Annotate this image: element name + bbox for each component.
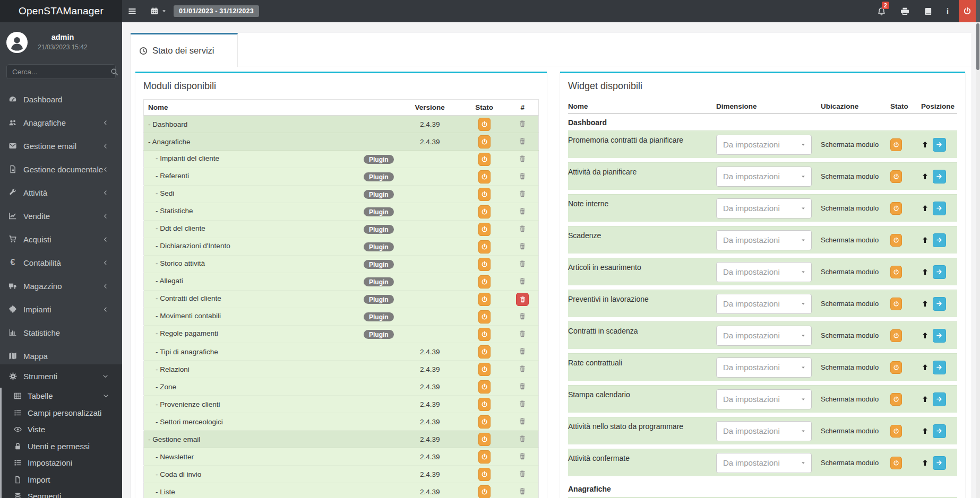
widget-toggle-button[interactable] xyxy=(890,234,902,247)
widget-move-right-button[interactable] xyxy=(933,456,946,470)
module-delete-button[interactable] xyxy=(519,452,526,460)
sidebar-item-tabelle[interactable]: Tabelle xyxy=(0,388,122,405)
widget-dimension-select[interactable]: Da impostazioni xyxy=(716,135,812,155)
module-delete-button[interactable] xyxy=(519,277,526,285)
module-toggle-button[interactable] xyxy=(478,310,491,324)
sidebar-item-campi-personalizzati[interactable]: Campi personalizzati xyxy=(0,405,122,422)
module-delete-button[interactable] xyxy=(519,382,526,390)
widget-move-right-button[interactable] xyxy=(933,392,946,406)
module-toggle-button[interactable] xyxy=(478,240,491,254)
sidebar-item-impianti[interactable]: Impianti xyxy=(0,298,122,321)
logout-button[interactable] xyxy=(959,0,976,22)
widget-move-up-button[interactable] xyxy=(921,363,929,371)
module-toggle-button[interactable] xyxy=(478,485,491,498)
widget-move-right-button[interactable] xyxy=(933,329,946,343)
sidebar-item-gestione-email[interactable]: Gestione email xyxy=(0,134,122,158)
module-toggle-button[interactable] xyxy=(478,205,491,219)
search-icon[interactable] xyxy=(110,68,118,76)
date-range-badge[interactable]: 01/01/2023 - 31/12/2023 xyxy=(174,5,259,17)
module-delete-button[interactable] xyxy=(519,225,526,232)
module-delete-button[interactable] xyxy=(519,172,526,180)
widget-move-right-button[interactable] xyxy=(933,297,946,311)
widget-toggle-button[interactable] xyxy=(890,425,902,438)
widget-dimension-select[interactable]: Da impostazioni xyxy=(716,389,812,409)
module-toggle-button[interactable] xyxy=(478,363,491,376)
module-delete-button[interactable] xyxy=(519,330,526,337)
widget-toggle-button[interactable] xyxy=(890,138,902,151)
widget-toggle-button[interactable] xyxy=(890,393,902,406)
widget-move-up-button[interactable] xyxy=(921,459,929,467)
module-delete-button[interactable] xyxy=(519,120,526,127)
widget-toggle-button[interactable] xyxy=(890,329,902,342)
sidebar-item-utenti-e-permessi[interactable]: Utenti e permessi xyxy=(0,438,122,455)
sidebar-item-acquisti[interactable]: Acquisti xyxy=(0,228,122,251)
widget-dimension-select[interactable]: Da impostazioni xyxy=(716,421,812,441)
module-delete-button[interactable] xyxy=(519,470,526,477)
module-delete-button[interactable] xyxy=(519,400,526,407)
widget-move-up-button[interactable] xyxy=(921,172,929,180)
module-delete-button[interactable] xyxy=(519,137,526,145)
module-toggle-button[interactable] xyxy=(478,293,491,306)
widget-toggle-button[interactable] xyxy=(890,361,902,374)
module-toggle-button[interactable] xyxy=(478,398,491,411)
module-toggle-button[interactable] xyxy=(478,170,491,184)
widget-move-right-button[interactable] xyxy=(933,424,946,438)
module-toggle-button[interactable] xyxy=(478,275,491,289)
sidebar-scrollbar-thumb[interactable] xyxy=(0,388,2,498)
sidebar-item-dashboard[interactable]: Dashboard xyxy=(0,88,122,111)
widget-move-right-button[interactable] xyxy=(933,138,946,152)
module-toggle-button[interactable] xyxy=(478,450,491,464)
module-toggle-button[interactable] xyxy=(478,328,491,341)
widget-move-right-button[interactable] xyxy=(933,233,946,247)
widget-toggle-button[interactable] xyxy=(890,298,902,310)
widget-move-up-button[interactable] xyxy=(921,395,929,403)
widget-dimension-select[interactable]: Da impostazioni xyxy=(716,357,812,378)
tab-stato-dei-servizi[interactable]: Stato dei servizi xyxy=(131,33,238,67)
widget-move-up-button[interactable] xyxy=(921,300,929,308)
widget-dimension-select[interactable]: Da impostazioni xyxy=(716,453,812,473)
widget-dimension-select[interactable]: Da impostazioni xyxy=(716,198,812,219)
module-delete-button[interactable] xyxy=(519,417,526,425)
search-input[interactable] xyxy=(7,68,110,76)
module-delete-button[interactable] xyxy=(519,365,526,372)
module-toggle-button[interactable] xyxy=(478,118,491,131)
widget-move-right-button[interactable] xyxy=(933,202,946,215)
module-delete-button[interactable] xyxy=(519,242,526,250)
print-button[interactable] xyxy=(900,0,909,22)
sidebar-item-viste[interactable]: Viste xyxy=(0,421,122,438)
widget-dimension-select[interactable]: Da impostazioni xyxy=(716,230,812,250)
widget-dimension-select[interactable]: Da impostazioni xyxy=(716,294,812,314)
module-delete-button[interactable] xyxy=(519,190,526,197)
widget-move-right-button[interactable] xyxy=(933,265,946,279)
module-toggle-button[interactable] xyxy=(478,135,491,148)
widget-toggle-button[interactable] xyxy=(890,202,902,215)
widget-toggle-button[interactable] xyxy=(890,266,902,278)
module-toggle-button[interactable] xyxy=(478,188,491,201)
sidebar-toggle-button[interactable] xyxy=(127,0,137,22)
module-delete-button-danger[interactable] xyxy=(516,293,529,306)
widget-move-up-button[interactable] xyxy=(921,204,929,212)
widget-move-up-button[interactable] xyxy=(921,141,929,148)
period-picker-button[interactable] xyxy=(150,0,167,22)
widget-dimension-select[interactable]: Da impostazioni xyxy=(716,262,812,282)
sidebar-item-strumenti[interactable]: Strumenti xyxy=(0,364,122,388)
module-toggle-button[interactable] xyxy=(478,433,491,446)
page-scrollbar-thumb[interactable] xyxy=(976,23,979,70)
sidebar-item-vendite[interactable]: Vendite xyxy=(0,204,122,228)
widget-dimension-select[interactable]: Da impostazioni xyxy=(716,326,812,346)
sidebar-item-impostazioni[interactable]: Impostazioni xyxy=(0,455,122,471)
widget-move-up-button[interactable] xyxy=(921,268,929,276)
widget-move-right-button[interactable] xyxy=(933,170,946,184)
sidebar-item-statistiche[interactable]: Statistiche xyxy=(0,321,122,344)
module-toggle-button[interactable] xyxy=(478,153,491,166)
docs-button[interactable] xyxy=(924,0,933,22)
widget-move-up-button[interactable] xyxy=(921,236,929,244)
sidebar-item-gestione-documentale[interactable]: Gestione documentale xyxy=(0,158,122,181)
module-toggle-button[interactable] xyxy=(478,380,491,394)
widget-dimension-select[interactable]: Da impostazioni xyxy=(716,167,812,187)
module-delete-button[interactable] xyxy=(519,312,526,320)
sidebar-item-magazzino[interactable]: Magazzino xyxy=(0,274,122,298)
module-toggle-button[interactable] xyxy=(478,223,491,236)
module-delete-button[interactable] xyxy=(519,435,526,442)
widget-move-up-button[interactable] xyxy=(921,331,929,339)
